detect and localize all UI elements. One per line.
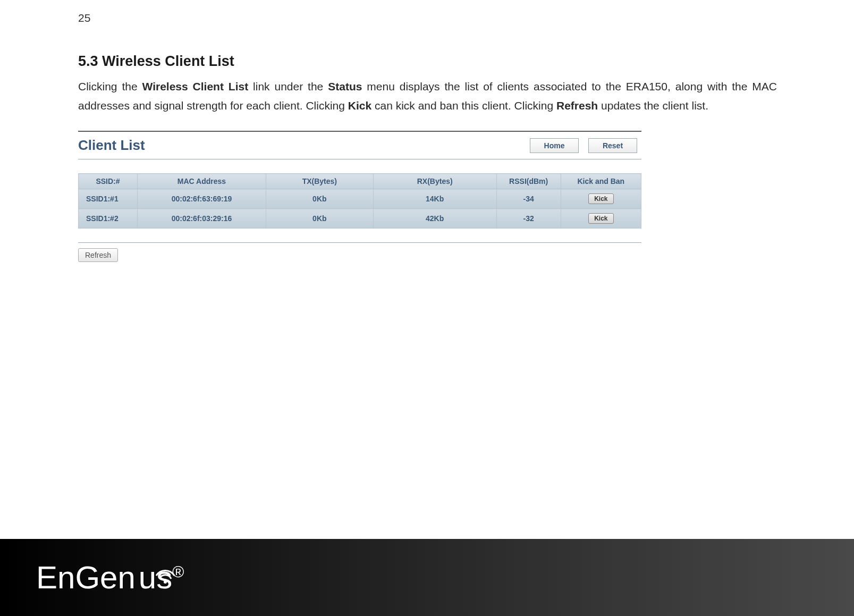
col-rx: RX(Bytes) xyxy=(373,174,496,189)
refresh-button[interactable]: Refresh xyxy=(78,248,118,262)
col-kick: Kick and Ban xyxy=(561,174,641,189)
table-row: SSID1:#2 00:02:6f:03:29:16 0Kb 42Kb -32 … xyxy=(79,209,641,229)
bold-text: Status xyxy=(328,80,362,92)
divider xyxy=(78,242,641,243)
ui-header: Client List Home Reset xyxy=(78,135,641,159)
text: updates the client list. xyxy=(598,99,708,112)
cell-ssid: SSID1:#1 xyxy=(79,189,138,209)
client-list-title: Client List xyxy=(78,137,145,154)
col-ssid: SSID:# xyxy=(79,174,138,189)
wifi-icon xyxy=(153,556,177,593)
brand-logo: EnGenus® xyxy=(36,559,184,596)
cell-kick: Kick xyxy=(561,209,641,229)
table-row: SSID1:#1 00:02:6f:63:69:19 0Kb 14Kb -34 … xyxy=(79,189,641,209)
kick-button[interactable]: Kick xyxy=(588,213,613,224)
cell-tx: 0Kb xyxy=(266,209,373,229)
brand-text-1: EnGen xyxy=(36,560,136,595)
cell-mac: 00:02:6f:03:29:16 xyxy=(137,209,266,229)
header-buttons: Home Reset xyxy=(530,138,637,153)
col-rssi: RSSI(dBm) xyxy=(496,174,561,189)
client-list-table: SSID:# MAC Address TX(Bytes) RX(Bytes) R… xyxy=(78,173,641,229)
text: Clicking the xyxy=(78,80,142,92)
col-mac: MAC Address xyxy=(137,174,266,189)
cell-rx: 42Kb xyxy=(373,209,496,229)
cell-kick: Kick xyxy=(561,189,641,209)
bold-text: Wireless Client List xyxy=(142,80,249,92)
home-button[interactable]: Home xyxy=(530,138,579,153)
cell-ssid: SSID1:#2 xyxy=(79,209,138,229)
page-number: 25 xyxy=(78,12,90,24)
section-heading: 5.3 Wireless Client List xyxy=(78,53,777,70)
cell-rssi: -34 xyxy=(496,189,561,209)
content-area: 5.3 Wireless Client List Clicking the Wi… xyxy=(78,53,777,262)
kick-button[interactable]: Kick xyxy=(588,193,613,204)
svg-point-0 xyxy=(164,580,167,584)
reset-button[interactable]: Reset xyxy=(588,138,637,153)
ui-screenshot: Client List Home Reset SSID:# MAC Addres… xyxy=(78,131,641,262)
bold-text: Kick xyxy=(348,99,371,112)
section-paragraph: Clicking the Wireless Client List link u… xyxy=(78,77,777,115)
text: link under the xyxy=(248,80,328,92)
cell-rssi: -32 xyxy=(496,209,561,229)
text: can kick and ban this client. Clicking xyxy=(371,99,556,112)
cell-tx: 0Kb xyxy=(266,189,373,209)
cell-rx: 14Kb xyxy=(373,189,496,209)
col-tx: TX(Bytes) xyxy=(266,174,373,189)
cell-mac: 00:02:6f:63:69:19 xyxy=(137,189,266,209)
footer-bar: EnGenus® xyxy=(0,539,854,616)
table-header-row: SSID:# MAC Address TX(Bytes) RX(Bytes) R… xyxy=(79,174,641,189)
bold-text: Refresh xyxy=(556,99,598,112)
